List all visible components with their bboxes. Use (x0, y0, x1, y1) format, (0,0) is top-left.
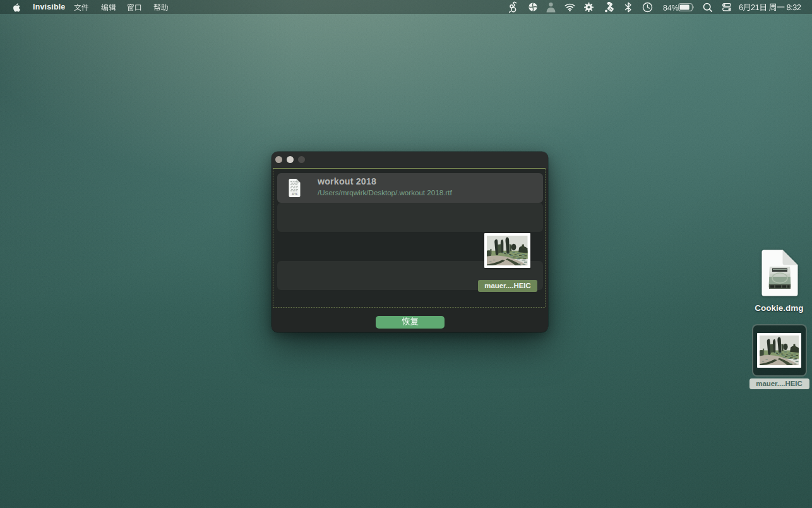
svg-text:.RTF: .RTF (291, 193, 297, 196)
